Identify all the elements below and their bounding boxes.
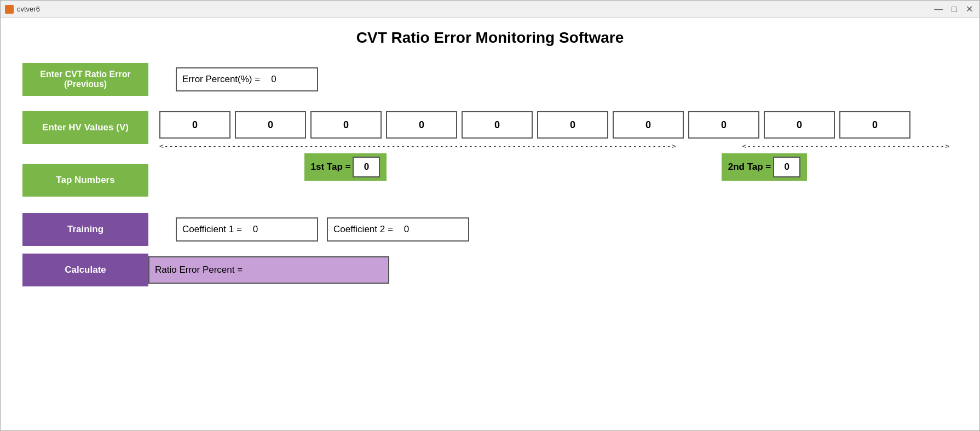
app-content: CVT Ratio Error Monitoring Software Ente… <box>1 18 979 430</box>
calculate-label-box[interactable]: Calculate <box>22 254 148 286</box>
error-section: Enter CVT Ratio Error (Previous) Error P… <box>22 63 958 96</box>
hv-input-10[interactable] <box>839 111 910 139</box>
coeff1-box: Coefficient 1 = 0 <box>176 217 318 242</box>
tap1-area: 1st Tap = 0 <box>159 153 532 181</box>
coeff1-value: 0 <box>253 224 258 235</box>
close-button[interactable]: ✕ <box>964 5 975 14</box>
title-bar: cvtver6 — □ ✕ <box>1 1 979 18</box>
main-window: cvtver6 — □ ✕ CVT Ratio Error Monitoring… <box>0 0 980 431</box>
arrow1: <---------------------------------------… <box>159 142 676 150</box>
tap2-area: 2nd Tap = 0 <box>679 153 849 181</box>
tap2-value[interactable]: 0 <box>773 157 800 177</box>
training-label-box[interactable]: Training <box>22 213 148 246</box>
tap2-label: 2nd Tap = <box>728 162 771 173</box>
title-bar-controls: — □ ✕ <box>932 5 975 14</box>
calculate-section: Calculate Ratio Error Percent = <box>22 254 958 286</box>
tap-numbers-row: 1st Tap = 0 2nd Tap = 0 <box>159 153 958 181</box>
window-title: cvtver6 <box>17 5 40 13</box>
error-percent-value[interactable]: 0 <box>271 74 276 85</box>
tap1-value[interactable]: 0 <box>353 157 380 177</box>
app-title: CVT Ratio Error Monitoring Software <box>22 29 958 47</box>
matlab-icon <box>5 5 14 14</box>
tap1-label: 1st Tap = <box>311 162 351 173</box>
minimize-button[interactable]: — <box>932 5 945 14</box>
coeff1-label: Coefficient 1 = <box>182 224 242 235</box>
coeff2-label: Coefficient 2 = <box>333 224 393 235</box>
ratio-box: Ratio Error Percent = <box>148 256 389 284</box>
title-bar-left: cvtver6 <box>5 5 40 14</box>
error-percent-label: Error Percent(%) = <box>182 74 260 85</box>
arrows-row: <---------------------------------------… <box>159 142 958 150</box>
hv-input-7[interactable] <box>613 111 684 139</box>
coefficients-row: Coefficient 1 = 0 Coefficient 2 = 0 <box>176 217 469 242</box>
tap-numbers-label-box: Tap Numbers <box>22 164 148 197</box>
hv-input-8[interactable] <box>688 111 759 139</box>
error-label-box: Enter CVT Ratio Error (Previous) <box>22 63 148 96</box>
coeff2-value: 0 <box>404 224 409 235</box>
arrow2: <---------------------------------------… <box>742 142 950 150</box>
hv-input-3[interactable] <box>310 111 382 139</box>
hv-input-2[interactable] <box>235 111 306 139</box>
ratio-label: Ratio Error Percent = <box>155 265 243 275</box>
hv-input-9[interactable] <box>764 111 835 139</box>
training-section: Training Coefficient 1 = 0 Coefficient 2… <box>22 213 958 246</box>
tap1-box: 1st Tap = 0 <box>304 153 387 181</box>
hv-input-1[interactable] <box>159 111 230 139</box>
error-percent-box: Error Percent(%) = 0 <box>176 67 318 91</box>
tap2-box: 2nd Tap = 0 <box>722 153 808 181</box>
maximize-button[interactable]: □ <box>949 5 959 14</box>
hv-label-box: Enter HV Values (V) <box>22 111 148 144</box>
hv-inputs-row <box>159 111 958 139</box>
hv-input-4[interactable] <box>386 111 457 139</box>
hv-input-6[interactable] <box>537 111 608 139</box>
hv-input-5[interactable] <box>462 111 533 139</box>
coeff2-box: Coefficient 2 = 0 <box>327 217 469 242</box>
